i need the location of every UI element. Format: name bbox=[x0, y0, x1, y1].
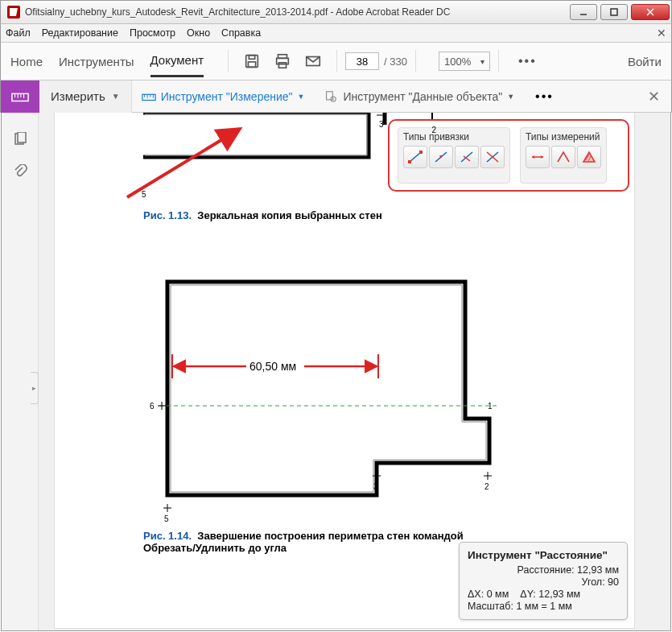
menu-bar: Файл Редактирование Просмотр Окно Справк… bbox=[0, 24, 672, 42]
svg-rect-21 bbox=[327, 91, 333, 99]
sub-more[interactable]: ••• bbox=[535, 89, 554, 104]
dist-title: Инструмент "Расстояние" bbox=[468, 549, 619, 561]
svg-rect-1 bbox=[611, 9, 617, 15]
main-toolbar: Home Инструменты Документ / 330 100%▾ ••… bbox=[0, 42, 672, 81]
object-data-tool-button[interactable]: Инструмент "Данные объекта"▼ bbox=[314, 81, 524, 113]
menu-close-x[interactable]: ✕ bbox=[657, 27, 666, 39]
svg-line-31 bbox=[410, 152, 421, 162]
snap-endpoint-icon[interactable] bbox=[403, 146, 427, 168]
page-count: / 330 bbox=[384, 56, 407, 68]
window-titlebar: Ofitsialny_uchebny_kurs_Autodesk_Revit_A… bbox=[0, 0, 672, 24]
tab-document[interactable]: Документ bbox=[150, 53, 204, 77]
svg-text:3: 3 bbox=[373, 482, 378, 491]
menu-edit[interactable]: Редактирование bbox=[42, 27, 118, 39]
measure-dropdown[interactable]: Измерить▼ bbox=[39, 81, 132, 113]
svg-rect-9 bbox=[279, 63, 287, 68]
save-icon[interactable] bbox=[243, 52, 261, 70]
svg-rect-11 bbox=[12, 93, 28, 101]
toolbar-more[interactable]: ••• bbox=[518, 54, 537, 68]
fig13-mark-5: 5 bbox=[142, 190, 146, 199]
measure-area-icon[interactable] bbox=[577, 146, 601, 168]
svg-text:2: 2 bbox=[484, 482, 489, 491]
fig13-caption: Рис. 1.13. Зеркальная копия выбранных ст… bbox=[143, 209, 382, 221]
measure-panel-icon[interactable] bbox=[1, 81, 39, 113]
svg-rect-6 bbox=[249, 62, 256, 67]
svg-text:5: 5 bbox=[164, 514, 169, 523]
snap-midpoint-icon[interactable] bbox=[429, 146, 453, 168]
thumbnails-icon[interactable] bbox=[13, 132, 27, 147]
menu-view[interactable]: Просмотр bbox=[130, 27, 175, 39]
fig14-caption: Рис. 1.14. Завершение построения перимет… bbox=[143, 530, 465, 554]
minimize-button[interactable] bbox=[570, 4, 597, 20]
zoom-dropdown[interactable]: 100%▾ bbox=[439, 52, 490, 71]
svg-line-35 bbox=[461, 152, 472, 162]
svg-text:3: 3 bbox=[379, 120, 384, 129]
rail-expand[interactable]: ▸ bbox=[31, 372, 39, 404]
menu-file[interactable]: Файл bbox=[6, 27, 31, 39]
fig13-mark-2: 2 bbox=[431, 126, 436, 134]
svg-rect-5 bbox=[249, 56, 254, 60]
signin-button[interactable]: Войти bbox=[628, 55, 662, 68]
measure-distance-icon[interactable] bbox=[526, 146, 550, 168]
svg-text:60,50 мм: 60,50 мм bbox=[249, 360, 296, 373]
window-title: Ofitsialny_uchebny_kurs_Autodesk_Revit_A… bbox=[25, 6, 450, 18]
page-viewport[interactable]: 3 5 Рис. 1.13. Зеркальная копия выбранны… bbox=[39, 113, 670, 630]
menu-help[interactable]: Справка bbox=[221, 27, 261, 39]
svg-text:1: 1 bbox=[488, 402, 493, 411]
page-number-input[interactable] bbox=[345, 52, 379, 70]
document-page: 3 5 Рис. 1.13. Зеркальная копия выбранны… bbox=[55, 113, 634, 628]
menu-window[interactable]: Окно bbox=[187, 27, 210, 39]
close-button[interactable] bbox=[631, 4, 670, 20]
print-icon[interactable] bbox=[274, 52, 291, 70]
mail-icon[interactable] bbox=[304, 52, 322, 70]
svg-rect-25 bbox=[18, 132, 26, 143]
snap-intersection-icon[interactable] bbox=[480, 146, 505, 168]
maximize-button[interactable] bbox=[600, 4, 628, 20]
snap-types-popup: Типы привязки Типы измерений bbox=[388, 119, 629, 192]
tab-tools[interactable]: Инструменты bbox=[59, 55, 134, 68]
measure-perimeter-icon[interactable] bbox=[551, 146, 575, 168]
app-icon bbox=[7, 6, 20, 19]
svg-rect-32 bbox=[408, 160, 411, 163]
attachment-icon[interactable] bbox=[13, 164, 27, 179]
sub-close[interactable]: ✕ bbox=[648, 88, 660, 105]
measure-toolbar: Измерить▼ Инструмент "Измерение"▼ Инстру… bbox=[0, 81, 672, 113]
left-rail: ▸ bbox=[2, 113, 39, 630]
snap-edge-icon[interactable] bbox=[455, 146, 479, 168]
svg-rect-33 bbox=[419, 151, 423, 154]
measurement-tool-button[interactable]: Инструмент "Измерение"▼ bbox=[132, 81, 315, 113]
distance-tool-panel: Инструмент "Расстояние" Расстояние: 12,9… bbox=[459, 542, 628, 620]
tab-home[interactable]: Home bbox=[10, 55, 43, 68]
svg-text:6: 6 bbox=[150, 402, 155, 411]
snap-group-measure: Типы измерений bbox=[520, 127, 607, 184]
figure-1-14: 60,50 мм 6 1 3 2 5 bbox=[143, 274, 497, 523]
snap-group-snap: Типы привязки bbox=[398, 127, 510, 184]
